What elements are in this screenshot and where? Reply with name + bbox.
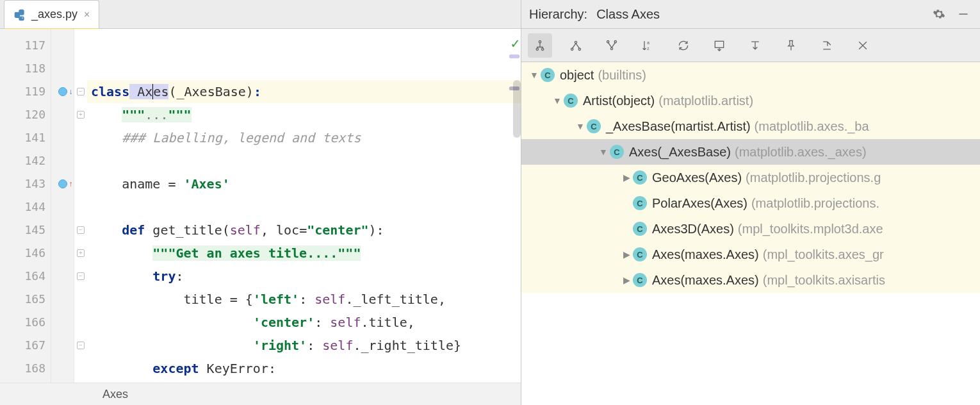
hierarchy-pane: Hierarchy: Class Axes az ▼Cobject (built… <box>521 0 980 405</box>
code-token: ._right_title} <box>353 338 461 353</box>
file-tab-label: _axes.py <box>31 8 78 21</box>
class-icon: C <box>633 196 647 210</box>
code-token: try <box>152 269 176 284</box>
code-token: title = { <box>184 292 253 307</box>
code-token: 'Axes' <box>184 176 230 192</box>
svg-text:a: a <box>647 40 649 45</box>
code-token: 'right' <box>253 338 307 353</box>
class-location: (matplotlib.projections.g <box>746 170 881 185</box>
pin-button[interactable] <box>779 33 803 58</box>
code-caret: x <box>145 84 153 99</box>
class-name: Axes(_AxesBase) <box>629 145 731 160</box>
hierarchy-title-label: Hierarchy: <box>529 7 587 22</box>
svg-rect-2 <box>959 13 967 15</box>
hierarchy-row[interactable]: ▶CAxes(maxes.Axes) (mpl_toolkits.axisart… <box>521 267 980 293</box>
fold-toggle[interactable]: − <box>74 80 87 103</box>
code-token: (_AxesBase) <box>168 84 253 99</box>
hierarchy-row[interactable]: ▶CAxes(maxes.Axes) (mpl_toolkits.axes_gr <box>521 242 980 267</box>
fold-toggle[interactable]: − <box>74 219 87 242</box>
code-token: self <box>330 315 361 330</box>
minimize-icon[interactable] <box>954 5 972 23</box>
line-number: 168 <box>0 357 51 380</box>
close-tab-icon[interactable]: × <box>84 9 90 21</box>
line-number-gutter[interactable]: 117 118 119 120 141 142 143 144 145 146 … <box>0 29 51 383</box>
sort-alpha-button[interactable]: az <box>635 33 660 58</box>
code-token: ... <box>145 107 168 122</box>
tree-arrow-icon[interactable]: ▶ <box>620 249 633 260</box>
code-token: : <box>314 315 330 330</box>
class-icon: C <box>587 119 601 133</box>
hierarchy-row[interactable]: ▼Cobject (builtins) <box>521 62 980 88</box>
fold-toggle[interactable]: − <box>74 334 87 357</box>
line-number: 145 <box>0 219 51 242</box>
svg-rect-14 <box>715 41 723 47</box>
fold-toggle[interactable]: + <box>74 242 87 265</box>
export-button[interactable] <box>815 33 839 58</box>
tree-arrow-icon[interactable]: ▼ <box>528 70 541 80</box>
close-button[interactable] <box>851 33 875 58</box>
class-location: (mpl_toolkits.axisartis <box>763 273 885 288</box>
editor-pane: _axes.py × 117 118 119 120 141 142 143 1… <box>0 0 521 405</box>
inspection-ok-icon[interactable]: ✓ <box>511 35 519 51</box>
code-area[interactable]: class Axes(_AxesBase): """...""" ### Lab… <box>87 29 521 383</box>
class-icon: C <box>633 170 647 185</box>
hierarchy-tree[interactable]: ▼Cobject (builtins)▼CArtist(object) (mat… <box>521 62 980 405</box>
file-tab[interactable]: _axes.py × <box>4 0 99 28</box>
tree-arrow-icon[interactable]: ▼ <box>551 95 564 106</box>
breadcrumb-item[interactable]: Axes <box>102 388 128 401</box>
hierarchy-row[interactable]: ▼CArtist(object) (matplotlib.artist) <box>521 88 980 113</box>
code-token: 'center' <box>253 315 314 330</box>
override-up-marker[interactable] <box>51 172 74 195</box>
svg-point-3 <box>539 40 541 42</box>
hierarchy-row[interactable]: ▼CAxes(_AxesBase) (matplotlib.axes._axes… <box>521 139 980 165</box>
line-number: 164 <box>0 265 51 288</box>
tree-arrow-icon[interactable]: ▼ <box>574 121 587 131</box>
hierarchy-row[interactable]: ▶CGeoAxes(Axes) (matplotlib.projections.… <box>521 165 980 190</box>
class-name: object <box>560 68 594 83</box>
editor-overview-strip[interactable]: ✓ <box>508 29 521 383</box>
subtypes-button[interactable] <box>600 33 624 58</box>
fold-gutter: − + − + − − <box>74 29 87 383</box>
refresh-button[interactable] <box>671 33 696 58</box>
code-token: self <box>230 222 261 238</box>
tree-arrow-icon[interactable]: ▶ <box>620 172 633 183</box>
code-token: , loc= <box>261 222 307 238</box>
class-hierarchy-button[interactable] <box>528 33 552 58</box>
class-icon: C <box>633 273 647 287</box>
code-token: : <box>176 269 183 284</box>
svg-point-11 <box>610 47 612 49</box>
line-number: 142 <box>0 149 51 172</box>
hierarchy-row[interactable]: ▼C_AxesBase(martist.Artist) (matplotlib.… <box>521 113 980 139</box>
code-token: def <box>122 222 145 238</box>
class-name: PolarAxes(Axes) <box>652 196 747 211</box>
fold-toggle[interactable]: − <box>74 265 87 288</box>
class-location: (mpl_toolkits.mplot3d.axe <box>738 222 883 236</box>
override-down-marker[interactable] <box>51 80 74 103</box>
breadcrumb[interactable]: Axes <box>0 383 521 405</box>
class-location: (matplotlib.projections. <box>751 196 879 211</box>
code-token: self <box>322 338 353 353</box>
class-name: Axes(maxes.Axes) <box>652 247 759 262</box>
svg-point-9 <box>607 40 609 42</box>
expand-all-button[interactable] <box>743 33 767 58</box>
tree-arrow-icon[interactable]: ▶ <box>620 275 633 285</box>
code-token: es <box>153 84 168 99</box>
svg-point-8 <box>575 41 576 43</box>
overview-marker[interactable] <box>509 54 519 58</box>
gear-icon[interactable] <box>930 5 948 23</box>
code-token: : <box>307 338 322 353</box>
tree-arrow-icon[interactable]: ▼ <box>597 147 610 157</box>
tab-bar: _axes.py × <box>0 0 521 29</box>
supertypes-button[interactable] <box>564 33 588 58</box>
svg-point-10 <box>614 40 616 42</box>
line-number: 166 <box>0 311 51 334</box>
fold-toggle[interactable]: + <box>74 103 87 126</box>
scrollbar-thumb[interactable] <box>513 80 521 138</box>
line-number: 141 <box>0 126 51 149</box>
autoscroll-button[interactable] <box>707 33 731 58</box>
hierarchy-row[interactable]: ▶CPolarAxes(Axes) (matplotlib.projection… <box>521 190 980 216</box>
hierarchy-row[interactable]: ▶CAxes3D(Axes) (mpl_toolkits.mplot3d.axe <box>521 216 980 242</box>
class-icon: C <box>633 222 647 236</box>
code-token: KeyError: <box>199 361 276 376</box>
line-number: 146 <box>0 242 51 265</box>
